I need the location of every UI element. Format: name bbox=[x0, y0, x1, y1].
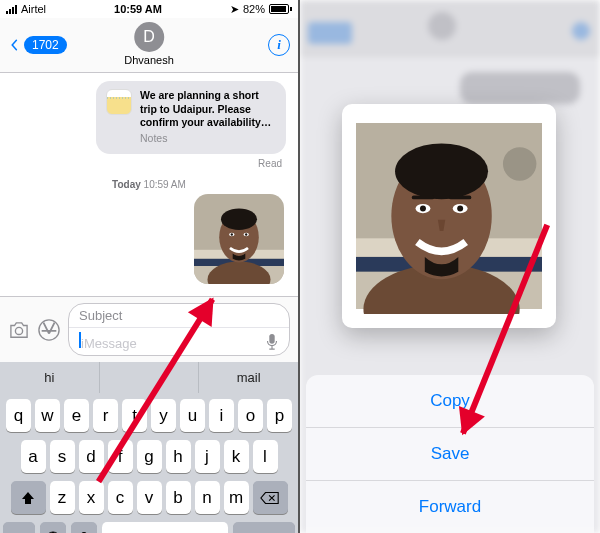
key-o[interactable]: o bbox=[238, 399, 263, 432]
key-l[interactable]: l bbox=[253, 440, 278, 473]
numbers-key[interactable]: 123 bbox=[3, 522, 35, 533]
battery-icon bbox=[269, 4, 292, 14]
svg-point-26 bbox=[457, 206, 463, 212]
suggestion-1[interactable]: hi bbox=[0, 362, 100, 393]
info-button[interactable]: i bbox=[268, 34, 290, 56]
read-receipt: Read bbox=[0, 156, 298, 171]
key-h[interactable]: h bbox=[166, 440, 191, 473]
key-v[interactable]: v bbox=[137, 481, 162, 514]
svg-point-6 bbox=[221, 208, 257, 230]
svg-rect-27 bbox=[412, 196, 434, 200]
camera-icon[interactable] bbox=[8, 321, 30, 339]
globe-key[interactable] bbox=[40, 522, 66, 533]
save-action[interactable]: Save bbox=[306, 428, 594, 481]
key-j[interactable]: j bbox=[195, 440, 220, 473]
key-z[interactable]: z bbox=[50, 481, 75, 514]
key-y[interactable]: y bbox=[151, 399, 176, 432]
svg-rect-28 bbox=[449, 196, 471, 200]
key-c[interactable]: c bbox=[108, 481, 133, 514]
key-q[interactable]: q bbox=[6, 399, 31, 432]
action-sheet: Copy Save Forward bbox=[306, 375, 594, 533]
note-attachment-bubble[interactable]: We are planning a short trip to Udaipur.… bbox=[96, 81, 286, 154]
mic-icon[interactable] bbox=[265, 333, 279, 351]
sent-image-content bbox=[194, 194, 284, 284]
preview-image-content bbox=[356, 118, 542, 314]
svg-point-19 bbox=[503, 147, 536, 180]
messages-screen: Airtel 10:59 AM ➤ 82% 1702 D Dhvanesh i … bbox=[0, 0, 300, 533]
key-s[interactable]: s bbox=[50, 440, 75, 473]
action-menu-screen: Copy Save Forward bbox=[300, 0, 600, 533]
status-bar: Airtel 10:59 AM ➤ 82% bbox=[0, 0, 298, 18]
location-icon: ➤ bbox=[230, 3, 239, 16]
carrier-label: Airtel bbox=[21, 3, 46, 15]
note-text: We are planning a short trip to Udaipur.… bbox=[140, 89, 276, 130]
signal-icon bbox=[6, 5, 17, 14]
key-b[interactable]: b bbox=[166, 481, 191, 514]
notes-app-icon bbox=[106, 89, 132, 115]
shift-icon bbox=[20, 490, 36, 506]
suggestion-bar: hi mail bbox=[0, 362, 298, 393]
key-k[interactable]: k bbox=[224, 440, 249, 473]
message-input-area: Subject iMessage bbox=[0, 296, 298, 362]
key-f[interactable]: f bbox=[108, 440, 133, 473]
dictation-key[interactable] bbox=[71, 522, 97, 533]
key-x[interactable]: x bbox=[79, 481, 104, 514]
keyboard: q w e r t y u i o p a s d f g h j k l z bbox=[0, 393, 298, 533]
sent-image-bubble[interactable] bbox=[194, 194, 284, 284]
key-m[interactable]: m bbox=[224, 481, 249, 514]
forward-action[interactable]: Forward bbox=[306, 481, 594, 533]
conversation-area[interactable]: We are planning a short trip to Udaipur.… bbox=[0, 81, 298, 296]
shift-key[interactable] bbox=[11, 481, 46, 514]
return-key[interactable]: return bbox=[233, 522, 295, 533]
key-g[interactable]: g bbox=[137, 440, 162, 473]
key-u[interactable]: u bbox=[180, 399, 205, 432]
contact-name: Dhvanesh bbox=[124, 54, 174, 66]
image-preview-card bbox=[342, 104, 556, 328]
message-input[interactable]: iMessage bbox=[69, 328, 289, 355]
unread-badge: 1702 bbox=[24, 36, 67, 54]
key-e[interactable]: e bbox=[64, 399, 89, 432]
key-w[interactable]: w bbox=[35, 399, 60, 432]
avatar: D bbox=[134, 22, 164, 52]
key-d[interactable]: d bbox=[79, 440, 104, 473]
key-n[interactable]: n bbox=[195, 481, 220, 514]
chevron-left-icon bbox=[8, 39, 20, 51]
nav-bar: 1702 D Dhvanesh i bbox=[0, 18, 298, 73]
contact-header[interactable]: D Dhvanesh bbox=[124, 22, 174, 66]
key-r[interactable]: r bbox=[93, 399, 118, 432]
back-button[interactable]: 1702 bbox=[8, 36, 67, 54]
svg-rect-12 bbox=[269, 333, 274, 343]
status-time: 10:59 AM bbox=[114, 3, 162, 15]
timestamp: Today 10:59 AM bbox=[0, 179, 298, 190]
svg-point-22 bbox=[395, 143, 488, 199]
key-i[interactable]: i bbox=[209, 399, 234, 432]
battery-pct: 82% bbox=[243, 3, 265, 15]
note-app-label: Notes bbox=[140, 132, 276, 146]
copy-action[interactable]: Copy bbox=[306, 375, 594, 428]
svg-point-24 bbox=[420, 206, 426, 212]
svg-point-10 bbox=[245, 233, 247, 235]
key-p[interactable]: p bbox=[267, 399, 292, 432]
apps-icon[interactable] bbox=[38, 319, 60, 341]
space-key[interactable]: space bbox=[102, 522, 228, 533]
suggestion-3[interactable]: mail bbox=[199, 362, 298, 393]
key-t[interactable]: t bbox=[122, 399, 147, 432]
suggestion-2[interactable] bbox=[100, 362, 200, 393]
key-a[interactable]: a bbox=[21, 440, 46, 473]
subject-input[interactable]: Subject bbox=[69, 304, 289, 328]
svg-point-8 bbox=[231, 233, 233, 235]
backspace-icon bbox=[260, 491, 280, 505]
backspace-key[interactable] bbox=[253, 481, 288, 514]
